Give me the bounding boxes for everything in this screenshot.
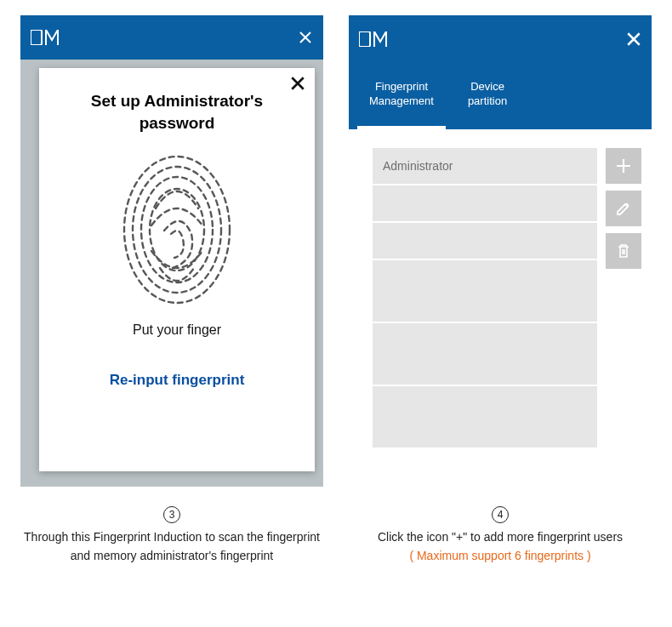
list-action-buttons	[606, 148, 641, 447]
svg-rect-0	[31, 30, 42, 45]
fingerprint-list: Administrator	[373, 148, 597, 447]
list-item[interactable]	[373, 223, 597, 259]
titlebar	[20, 15, 323, 60]
close-icon[interactable]	[296, 28, 315, 47]
tab-bar: Fingerprint Management Device partition	[349, 63, 652, 129]
put-finger-label: Put your finger	[56, 322, 298, 338]
caption-text: Through this Fingerprint Induction to sc…	[24, 530, 320, 562]
reinput-fingerprint-link[interactable]: Re-input fingerprint	[56, 372, 298, 389]
screenshot-step-4: Fingerprint Management Device partition …	[349, 15, 652, 487]
modal-title: Set up Administrator's password	[56, 90, 298, 134]
caption-text: Click the icon "+" to add more fingerpri…	[378, 530, 623, 544]
screenshot-step-3: Set up Administrator's password Put your…	[20, 15, 323, 487]
close-icon[interactable]	[624, 30, 643, 48]
fingerprint-list-area: Administrator	[349, 129, 652, 458]
list-item[interactable]: Administrator	[373, 148, 597, 184]
caption-step-4: 4 Click the icon "+" to add more fingerp…	[349, 505, 652, 566]
dm-logo	[31, 30, 61, 45]
svg-rect-5	[359, 31, 370, 47]
close-icon[interactable]	[288, 73, 308, 94]
fingerprint-icon	[56, 149, 298, 311]
edit-button[interactable]	[606, 191, 641, 226]
add-button[interactable]	[606, 148, 641, 184]
svg-point-2	[133, 167, 221, 293]
caption-warning: ( Maximum support 6 fingerprints )	[409, 549, 590, 562]
step-number: 4	[492, 506, 509, 523]
setup-admin-modal: Set up Administrator's password Put your…	[39, 68, 315, 471]
list-item[interactable]	[373, 386, 597, 447]
list-item-label: Administrator	[383, 159, 453, 173]
caption-step-3: 3 Through this Fingerprint Induction to …	[20, 505, 323, 566]
dm-logo	[359, 31, 390, 47]
titlebar	[349, 15, 652, 63]
step-number: 3	[163, 506, 180, 523]
list-item[interactable]	[373, 185, 597, 221]
delete-button[interactable]	[606, 233, 641, 269]
list-item[interactable]	[373, 323, 597, 385]
tab-fingerprint-management[interactable]: Fingerprint Management	[357, 71, 446, 129]
list-item[interactable]	[373, 260, 597, 322]
tab-device-partition[interactable]: Device partition	[456, 71, 519, 129]
